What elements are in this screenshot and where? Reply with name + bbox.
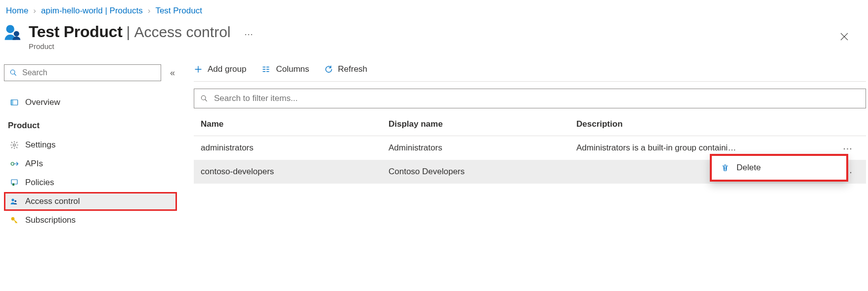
svg-point-10 bbox=[14, 200, 16, 202]
column-name[interactable]: Name bbox=[201, 119, 389, 129]
sidebar-item-label: Access control bbox=[25, 196, 80, 206]
overview-icon bbox=[9, 98, 19, 107]
access-control-icon bbox=[9, 197, 19, 206]
refresh-button[interactable]: Refresh bbox=[324, 64, 368, 74]
main-content: Add group Columns Refresh bbox=[182, 64, 868, 230]
page-title: Test Product bbox=[29, 23, 123, 41]
search-icon bbox=[200, 95, 208, 102]
cell-display-name: Administrators bbox=[389, 143, 576, 153]
breadcrumb-products[interactable]: apim-hello-world | Products bbox=[41, 6, 143, 16]
sidebar-item-access-control[interactable]: Access control bbox=[4, 192, 177, 211]
sidebar-item-label: Overview bbox=[25, 97, 60, 107]
breadcrumb: Home › apim-hello-world | Products › Tes… bbox=[4, 5, 868, 23]
svg-point-0 bbox=[6, 25, 14, 33]
breadcrumb-home[interactable]: Home bbox=[6, 6, 28, 16]
collapse-sidebar-button[interactable]: « bbox=[168, 66, 177, 80]
toolbar-label: Refresh bbox=[338, 64, 368, 74]
apis-icon bbox=[9, 159, 19, 168]
filter-input[interactable] bbox=[213, 93, 860, 104]
svg-rect-8 bbox=[12, 184, 14, 186]
svg-point-1 bbox=[14, 31, 19, 37]
sidebar-item-overview[interactable]: Overview bbox=[4, 93, 177, 112]
context-delete-button[interactable]: Delete bbox=[712, 159, 846, 177]
columns-icon bbox=[261, 65, 271, 74]
svg-point-6 bbox=[11, 162, 14, 165]
svg-point-5 bbox=[13, 144, 16, 146]
title-separator: | bbox=[127, 24, 130, 41]
breadcrumb-current[interactable]: Test Product bbox=[155, 6, 202, 16]
svg-point-9 bbox=[11, 198, 14, 201]
sidebar-item-settings[interactable]: Settings bbox=[4, 136, 177, 154]
cell-name: contoso-developers bbox=[201, 167, 389, 177]
chevron-right-icon: › bbox=[33, 6, 36, 16]
search-icon bbox=[9, 69, 17, 77]
gear-icon bbox=[9, 141, 19, 149]
toolbar: Add group Columns Refresh bbox=[194, 64, 866, 82]
title-more-button[interactable]: ··· bbox=[244, 29, 253, 40]
page-title-section: Access control bbox=[134, 24, 230, 41]
columns-button[interactable]: Columns bbox=[261, 64, 309, 74]
sidebar-search[interactable] bbox=[4, 64, 161, 81]
sidebar-item-label: Settings bbox=[25, 140, 55, 150]
plus-icon bbox=[194, 65, 203, 74]
sidebar-item-apis[interactable]: APIs bbox=[4, 154, 177, 173]
column-display-name[interactable]: Display name bbox=[389, 119, 576, 129]
sidebar-item-label: Subscriptions bbox=[25, 215, 76, 225]
product-group-icon bbox=[4, 23, 23, 42]
context-item-label: Delete bbox=[737, 163, 761, 173]
sidebar-item-policies[interactable]: Policies bbox=[4, 173, 177, 192]
groups-table: Name Display name Description administra… bbox=[194, 112, 866, 184]
toolbar-label: Columns bbox=[276, 64, 309, 74]
close-button[interactable] bbox=[834, 29, 854, 45]
filter-search[interactable] bbox=[194, 89, 866, 108]
svg-rect-4 bbox=[11, 100, 13, 105]
sidebar-section-product: Product bbox=[4, 112, 177, 136]
chevron-right-icon: › bbox=[148, 6, 151, 16]
sidebar-item-subscriptions[interactable]: Subscriptions bbox=[4, 211, 177, 230]
policies-icon bbox=[9, 178, 19, 187]
cell-name: administrators bbox=[201, 143, 389, 153]
cell-description: Administrators is a built-in group conta… bbox=[576, 143, 836, 153]
sidebar: « Overview Product Settings APIs bbox=[4, 64, 182, 230]
add-group-button[interactable]: Add group bbox=[194, 64, 246, 74]
row-more-button[interactable]: ··· bbox=[836, 143, 859, 154]
refresh-icon bbox=[324, 65, 333, 74]
context-menu: Delete bbox=[710, 154, 848, 182]
sidebar-item-label: Policies bbox=[25, 178, 54, 188]
cell-display-name: Contoso Developers bbox=[389, 167, 576, 177]
sidebar-search-input[interactable] bbox=[21, 68, 156, 78]
table-header: Name Display name Description bbox=[194, 112, 866, 136]
column-description[interactable]: Description bbox=[576, 119, 836, 129]
trash-icon bbox=[721, 163, 730, 172]
sidebar-item-label: APIs bbox=[25, 159, 43, 169]
toolbar-label: Add group bbox=[208, 64, 246, 74]
page-subtitle: Product bbox=[29, 42, 254, 50]
key-icon bbox=[9, 216, 19, 225]
